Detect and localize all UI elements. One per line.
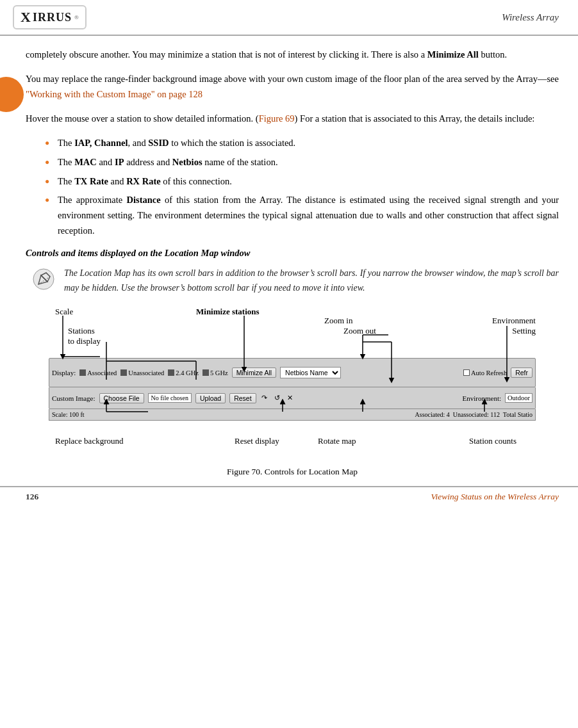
netbios-select[interactable]: Netbios Name: [280, 367, 341, 378]
mock-bar-display: Display: Associated Unassociated 2.4 GHz: [49, 358, 536, 387]
paragraph-1: completely obscure another. You may mini…: [26, 47, 559, 63]
environment-label: Environment:: [463, 394, 502, 402]
page-header: X IRRUS ® Wireless Array: [0, 0, 578, 36]
associated-count: Associated: 4 Unassociated: 112 Total St…: [415, 411, 533, 418]
logo-area: X IRRUS ®: [13, 5, 87, 29]
paragraph-2: You may replace the range-finder backgro…: [26, 72, 559, 102]
top-labels-row: Scale Minimize stations Stationsto displ…: [49, 307, 536, 358]
footer-section-title: Viewing Status on the Wireless Array: [431, 492, 559, 502]
rotate-icon-1[interactable]: ↷: [260, 394, 269, 403]
auto-refresh-checkbox[interactable]: Auto Refresh: [463, 369, 507, 376]
para3-end: ) For a station that is associated to th…: [295, 113, 535, 124]
mock-bar-custom-image: Custom Image: Choose File No file chosen…: [49, 387, 536, 409]
no-file-chosen-text: No file chosen: [148, 393, 192, 403]
ghz24-checkbox[interactable]: 2.4 GHz: [168, 369, 199, 376]
environment-setting-label: EnvironmentSetting: [492, 316, 536, 336]
bullet-distance: The approximate Distance of this station…: [45, 193, 559, 239]
scale-label: Scale: [55, 307, 73, 317]
unassociated-label: Unassociated: [128, 369, 164, 376]
logo-reg: ®: [74, 14, 79, 20]
working-custom-image-link[interactable]: "Working with the Custom Image" on page …: [26, 89, 202, 99]
header-title: Wireless Array: [502, 12, 559, 23]
diagram-container: Scale Minimize stations Stationsto displ…: [26, 307, 559, 477]
paragraph-3: Hover the mouse over a station to show d…: [26, 111, 559, 127]
ghz24-checkbox-box: [168, 369, 174, 376]
zoom-out-label: Zoom out: [343, 326, 376, 336]
bullet-txrate: The TX Rate and RX Rate of this connecti…: [45, 174, 559, 190]
rotate-map-label: Rotate map: [318, 436, 356, 446]
diagram-figure: Scale Minimize stations Stationsto displ…: [49, 307, 536, 462]
logo-box: X IRRUS ®: [13, 5, 87, 29]
figure-caption: Figure 70. Controls for Location Map: [26, 467, 559, 477]
choose-file-button[interactable]: Choose File: [99, 393, 144, 403]
page-footer: 126 Viewing Status on the Wireless Array: [0, 486, 578, 506]
mock-ui: Display: Associated Unassociated 2.4 GHz: [49, 358, 536, 421]
footer-page-number: 126: [26, 492, 38, 502]
bottom-labels-row: Replace background Reset display Rotate …: [49, 423, 536, 462]
environment-value: Outdoor: [505, 393, 533, 403]
para2-start: You may replace the range-finder backgro…: [26, 74, 559, 84]
associated-checkbox-box: [79, 369, 86, 376]
ghz24-label: 2.4 GHz: [176, 369, 199, 376]
unassociated-checkbox[interactable]: Unassociated: [120, 369, 164, 376]
associated-checkbox[interactable]: Associated: [79, 369, 117, 376]
mock-status-bar: Scale: 100 ft Associated: 4 Unassociated…: [49, 409, 536, 421]
minimize-stations-label: Minimize stations: [196, 307, 260, 317]
scale-status: Scale: 100 ft: [52, 411, 85, 418]
refresh-button[interactable]: Refr: [511, 368, 533, 378]
logo-irrus: IRRUS: [33, 11, 72, 24]
station-counts-label: Station counts: [469, 436, 516, 446]
main-content: completely obscure another. You may mini…: [0, 36, 578, 477]
minimize-all-button[interactable]: Minimize All: [232, 368, 276, 378]
unassociated-checkbox-box: [120, 369, 127, 376]
bullet-list: The IAP, Channel, and SSID to which the …: [45, 136, 559, 239]
ghz5-checkbox[interactable]: 5 GHz: [202, 369, 228, 376]
svg-point-0: [33, 269, 54, 289]
zoom-in-label: Zoom in: [324, 316, 352, 326]
auto-refresh-label: Auto Refresh: [471, 369, 507, 376]
reset-display-label: Reset display: [235, 436, 279, 446]
associated-label: Associated: [87, 369, 117, 376]
para1-end: button.: [479, 49, 507, 60]
reset-button[interactable]: Reset: [229, 393, 256, 403]
ghz5-label: 5 GHz: [210, 369, 228, 376]
replace-background-label: Replace background: [55, 436, 123, 446]
rotate-icon-2[interactable]: ↺: [273, 394, 282, 403]
bullet-mac: The MAC and IP address and Netbios name …: [45, 155, 559, 170]
bullet-iap: The IAP, Channel, and SSID to which the …: [45, 136, 559, 151]
minimize-all-bold: Minimize All: [427, 49, 479, 60]
auto-refresh-checkbox-box: [463, 369, 470, 376]
logo-x: X: [21, 9, 30, 26]
upload-button[interactable]: Upload: [195, 393, 226, 403]
custom-image-label: Custom Image:: [52, 394, 95, 402]
note-icon: [32, 268, 55, 291]
para3-start: Hover the mouse over a station to show d…: [26, 113, 259, 124]
note-box: The Location Map has its own scroll bars…: [32, 266, 559, 295]
stations-label: Stationsto display: [68, 326, 101, 346]
section-heading: Controls and items displayed on the Loca…: [26, 248, 559, 259]
note-text: The Location Map has its own scroll bars…: [64, 266, 559, 295]
para1-text: completely obscure another. You may mini…: [26, 49, 427, 60]
ghz5-checkbox-box: [202, 369, 209, 376]
display-label: Display:: [52, 369, 76, 376]
figure-69-link[interactable]: Figure 69: [259, 113, 295, 124]
x-icon[interactable]: ✕: [286, 394, 295, 403]
